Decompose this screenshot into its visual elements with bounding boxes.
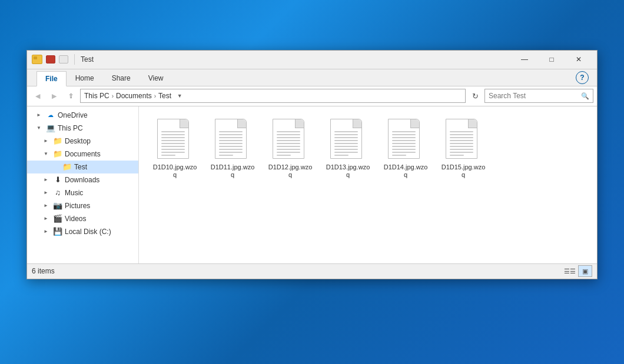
file-icon-wrap [157, 119, 192, 161]
item-count: 6 items [32, 267, 55, 275]
large-icons-view-button[interactable]: ▣ [578, 265, 592, 277]
back-button[interactable]: ◀ [31, 89, 45, 103]
path-dropdown-button[interactable]: ▼ [174, 89, 185, 102]
doc-line [334, 143, 358, 144]
tab-file[interactable]: File [36, 71, 67, 86]
close-button[interactable]: ✕ [565, 50, 592, 69]
sidebar-item-desktop[interactable]: ► 📁 Desktop [27, 135, 138, 148]
tab-view[interactable]: View [140, 71, 172, 86]
expand-videos[interactable]: ► [44, 216, 51, 221]
file-item[interactable]: D1D12.jpg.wzoq [264, 116, 317, 182]
up-button[interactable]: ⇧ [64, 89, 78, 103]
sidebar-item-music[interactable]: ► ♫ Music [27, 186, 138, 199]
doc-line [450, 146, 473, 147]
doc-line [277, 143, 300, 144]
expand-thispc[interactable]: ▼ [36, 125, 44, 131]
sidebar-item-downloads[interactable]: ► ⬇ Downloads [27, 173, 138, 186]
doc-line [219, 134, 243, 135]
onedrive-icon: ☁ [46, 111, 55, 119]
sidebar-item-documents[interactable]: ▼ 📁 Documents [27, 148, 138, 161]
window-controls: — □ ✕ [511, 50, 592, 69]
path-documents[interactable]: Documents [116, 92, 152, 100]
document-icon [215, 119, 247, 159]
doc-line [392, 134, 416, 135]
sidebar: ► ☁ OneDrive ▼ 💻 This PC ► 📁 Desktop ▼ 📁… [27, 106, 139, 263]
file-item[interactable]: D1D11.jpg.wzoq [206, 116, 259, 182]
expand-desktop[interactable]: ► [44, 138, 51, 143]
tab-home[interactable]: Home [67, 71, 103, 86]
doc-line [450, 134, 473, 135]
sidebar-item-localdisk[interactable]: ► 💾 Local Disk (C:) [27, 225, 138, 238]
doc-line [450, 152, 473, 153]
desktop-icon: 📁 [53, 137, 62, 145]
sidebar-item-pictures[interactable]: ► 📷 Pictures [27, 199, 138, 212]
sidebar-item-videos[interactable]: ► 🎬 Videos [27, 212, 138, 225]
ribbon-tabs: File Home Share View [32, 69, 172, 86]
path-arrow1: › [112, 93, 114, 99]
help-button[interactable]: ? [576, 71, 589, 84]
doc-line [334, 134, 358, 135]
file-item[interactable]: D1D13.jpg.wzoq [321, 116, 374, 182]
file-item[interactable]: D1D10.jpg.wzoq [148, 116, 201, 182]
doc-line [219, 152, 243, 153]
file-name: D1D14.jpg.wzoq [382, 163, 429, 179]
refresh-button[interactable]: ↻ [468, 89, 482, 103]
sidebar-label-videos: Videos [65, 215, 86, 223]
file-item[interactable]: D1D15.jpg.wzoq [437, 116, 490, 182]
folder-title-icon [32, 55, 42, 64]
doc-line [450, 155, 464, 156]
doc-line [277, 146, 300, 147]
main-content: ► ☁ OneDrive ▼ 💻 This PC ► 📁 Desktop ▼ 📁… [27, 106, 597, 263]
sidebar-label-documents: Documents [65, 150, 101, 158]
file-icon-wrap [273, 119, 308, 161]
doc-line [219, 146, 243, 147]
expand-downloads[interactable]: ► [44, 177, 51, 182]
file-name: D1D11.jpg.wzoq [209, 163, 256, 179]
search-box[interactable]: 🔍 [484, 89, 593, 103]
sidebar-item-thispc[interactable]: ▼ 💻 This PC [27, 122, 138, 135]
doc-lines [392, 131, 416, 156]
expand-documents[interactable]: ▼ [44, 151, 51, 156]
forward-button[interactable]: ▶ [47, 89, 61, 103]
doc-line [392, 137, 416, 138]
search-input[interactable] [489, 92, 579, 100]
downloads-icon: ⬇ [53, 176, 62, 184]
path-test[interactable]: Test [158, 92, 171, 100]
document-icon [388, 119, 420, 159]
test-icon: 📁 [62, 163, 72, 171]
search-icon[interactable]: 🔍 [581, 92, 589, 100]
sidebar-label-downloads: Downloads [65, 176, 99, 184]
expand-music[interactable]: ► [44, 190, 51, 195]
file-icon-wrap [388, 119, 423, 161]
sidebar-label-localdisk: Local Disk (C:) [65, 228, 111, 236]
tab-share[interactable]: Share [103, 71, 140, 86]
address-path[interactable]: This PC › Documents › Test ▼ [80, 89, 466, 103]
details-view-button[interactable]: ☰☰ [563, 265, 577, 277]
sidebar-label-pictures: Pictures [65, 202, 90, 210]
doc-line [161, 155, 175, 156]
document-icon [273, 119, 304, 159]
doc-line [277, 152, 300, 153]
doc-line [161, 137, 185, 138]
maximize-button[interactable]: □ [538, 50, 565, 69]
pictures-icon: 📷 [53, 202, 62, 210]
path-this-pc[interactable]: This PC [84, 92, 109, 100]
expand-localdisk[interactable]: ► [44, 229, 51, 234]
expand-pictures[interactable]: ► [44, 203, 51, 208]
view-buttons: ☰☰ ▣ [563, 265, 592, 277]
doc-line [334, 137, 358, 138]
doc-lines [277, 131, 300, 156]
minimize-button[interactable]: — [511, 50, 538, 69]
sidebar-label-test: Test [74, 163, 87, 171]
doc-line [219, 137, 243, 138]
sidebar-item-test[interactable]: 📁 Test [27, 161, 138, 173]
doc-lines [334, 131, 358, 156]
file-name: D1D15.jpg.wzoq [440, 163, 487, 179]
sidebar-item-onedrive[interactable]: ► ☁ OneDrive [27, 109, 138, 122]
videos-icon: 🎬 [53, 215, 62, 223]
expand-onedrive[interactable]: ► [36, 112, 44, 118]
file-item[interactable]: D1D14.jpg.wzoq [379, 116, 432, 182]
status-bar: 6 items ☰☰ ▣ [27, 263, 597, 279]
file-name: D1D10.jpg.wzoq [151, 163, 198, 179]
doc-line [392, 155, 406, 156]
